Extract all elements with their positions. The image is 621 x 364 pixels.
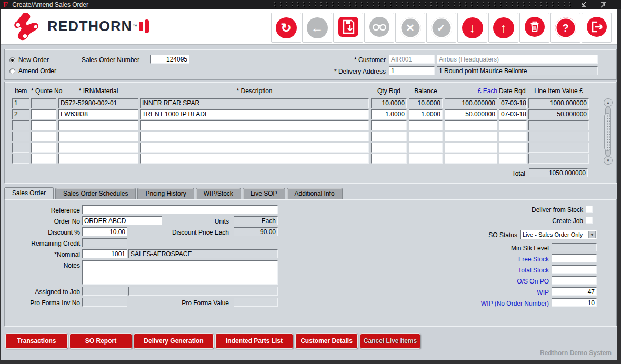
delivery-code-field[interactable]: 1 bbox=[389, 66, 435, 75]
item-row-5-date-cell[interactable] bbox=[499, 143, 527, 153]
item-row-3-irn-cell[interactable] bbox=[58, 120, 138, 130]
deliver-from-stock-checkbox[interactable] bbox=[586, 206, 593, 213]
nominal-code-field[interactable]: 1001 bbox=[82, 249, 127, 258]
item-row-6-irn-cell[interactable] bbox=[58, 154, 138, 164]
amend-order-radio[interactable]: Amend Order bbox=[9, 67, 56, 75]
item-row-4-qty-cell[interactable] bbox=[371, 132, 407, 141]
notes-field[interactable] bbox=[82, 260, 278, 285]
scroll-up-icon[interactable]: ▲ bbox=[604, 98, 613, 107]
move-down-button[interactable]: ↓ bbox=[457, 13, 487, 43]
items-scrollbar[interactable]: ▲▼ bbox=[604, 98, 613, 165]
reference-field[interactable] bbox=[82, 205, 278, 214]
item-row-6-balance-cell[interactable] bbox=[409, 154, 443, 164]
items-table-panel: Item* Quote No* IRN/Material* Descriptio… bbox=[4, 82, 617, 183]
chevron-down-icon[interactable]: ▼ bbox=[588, 231, 596, 238]
customer-name-field[interactable]: Airbus (Headquaters) bbox=[437, 55, 598, 64]
order-no-field[interactable]: ORDER ABCD bbox=[82, 216, 162, 225]
redthorn-wordmark: REDTHORN bbox=[47, 18, 132, 35]
create-job-checkbox[interactable] bbox=[586, 217, 593, 224]
tab-sales-order-schedules[interactable]: Sales Order Schedules bbox=[55, 188, 136, 199]
item-row-5-qty-cell[interactable] bbox=[371, 143, 407, 153]
item-row-5-each-cell[interactable] bbox=[445, 143, 497, 153]
tab-pricing-history[interactable]: Pricing History bbox=[137, 188, 194, 199]
item-row-3-date-cell[interactable] bbox=[499, 120, 527, 130]
item-row-5-balance-cell[interactable] bbox=[409, 143, 443, 153]
item-row-6-each-cell[interactable] bbox=[445, 154, 497, 164]
item-row-3-balance-cell[interactable] bbox=[409, 120, 443, 130]
delivery-generation-button[interactable]: Delivery Generation bbox=[134, 333, 214, 349]
total-stock-link[interactable]: Total Stock bbox=[474, 267, 549, 274]
tab-wip-stock[interactable]: WIP/Stock bbox=[196, 188, 241, 199]
cancel-button: ✕ bbox=[395, 13, 425, 43]
transactions-button[interactable]: Transactions bbox=[5, 333, 68, 349]
item-row-2-desc-cell[interactable]: TRENT 1000 IP BLADE bbox=[140, 109, 369, 119]
help-button[interactable]: ? bbox=[550, 13, 580, 43]
refresh-button[interactable]: ↻ bbox=[271, 13, 301, 43]
item-row-5-desc-cell[interactable] bbox=[140, 143, 369, 153]
min-stk-level-field bbox=[552, 243, 597, 251]
item-row-6-desc-cell[interactable] bbox=[140, 154, 369, 164]
notes-label: Notes bbox=[16, 262, 80, 269]
wip-no-order-field[interactable]: 10 bbox=[552, 298, 597, 307]
free-stock-link[interactable]: Free Stock bbox=[474, 256, 549, 263]
wip-no-order-link[interactable]: WIP (No Order Number) bbox=[450, 300, 549, 307]
item-row-4-date-cell[interactable] bbox=[499, 132, 527, 141]
tab-additional-info[interactable]: Additional Info bbox=[287, 188, 343, 199]
os-on-po-field[interactable] bbox=[552, 276, 597, 285]
item-row-2-each-cell[interactable]: 50.000000 bbox=[445, 109, 497, 119]
scroll-down-icon[interactable]: ▼ bbox=[604, 156, 613, 165]
wip-link[interactable]: WIP bbox=[474, 289, 549, 296]
free-stock-field[interactable] bbox=[552, 254, 597, 262]
tab-live-sop[interactable]: Live SOP bbox=[243, 188, 285, 199]
item-row-2-date-cell[interactable]: 07-03-18 bbox=[499, 109, 527, 119]
item-row-4-irn-cell[interactable] bbox=[58, 132, 138, 141]
customer-code-field[interactable]: AIR001 bbox=[389, 55, 435, 64]
item-row-2-balance-cell[interactable]: 1.0000 bbox=[409, 109, 443, 119]
item-row-5-irn-cell[interactable] bbox=[58, 143, 138, 153]
column-header-each[interactable]: £ Each bbox=[445, 87, 497, 95]
item-row-1-balance-cell: 10.0000 bbox=[409, 98, 443, 108]
total-stock-field[interactable] bbox=[552, 265, 597, 274]
os-on-po-link[interactable]: O/S On PO bbox=[474, 278, 549, 285]
item-row-4-each-cell[interactable] bbox=[445, 132, 497, 141]
window-edge-bottom bbox=[0, 360, 621, 364]
new-order-radio[interactable]: New Order bbox=[9, 56, 49, 64]
proforma-inv-field bbox=[82, 298, 127, 307]
item-row-2-qty-cell[interactable]: 1.0000 bbox=[371, 109, 407, 119]
tab-sales-order[interactable]: Sales Order bbox=[4, 187, 54, 199]
wip-field[interactable]: 47 bbox=[552, 287, 597, 296]
so-status-select[interactable]: Live - Sales Order Only ▼ bbox=[520, 230, 597, 239]
new-order-radio-circle[interactable] bbox=[9, 57, 15, 63]
item-row-3-qty-cell[interactable] bbox=[371, 120, 407, 130]
item-row-6-quote-cell[interactable] bbox=[31, 154, 56, 164]
column-header-irn: * IRN/Material bbox=[58, 87, 138, 95]
delete-button[interactable] bbox=[519, 13, 549, 43]
customer-label: * Customer bbox=[313, 56, 386, 64]
customer-details-button[interactable]: Customer Details bbox=[295, 333, 358, 349]
indented-parts-list-button[interactable]: Indented Parts List bbox=[215, 333, 293, 349]
window-edge-left bbox=[0, 9, 1, 361]
item-row-3-quote-cell[interactable] bbox=[31, 120, 56, 130]
item-row-3-desc-cell[interactable] bbox=[140, 120, 369, 130]
amend-order-radio-circle[interactable] bbox=[9, 68, 15, 74]
collapse-window-icon[interactable] bbox=[580, 1, 588, 8]
so-report-button[interactable]: SO Report bbox=[69, 333, 132, 349]
item-row-4-balance-cell[interactable] bbox=[409, 132, 443, 141]
save-button[interactable] bbox=[333, 13, 363, 43]
item-row-5-quote-cell[interactable] bbox=[31, 143, 56, 153]
discount-field[interactable]: 10.00 bbox=[82, 227, 127, 236]
item-row-6-date-cell[interactable] bbox=[499, 154, 527, 164]
item-row-4-desc-cell[interactable] bbox=[140, 132, 369, 141]
item-row-6-qty-cell[interactable] bbox=[371, 154, 407, 164]
remaining-credit-field bbox=[82, 238, 127, 247]
item-row-2-quote-cell[interactable] bbox=[31, 109, 56, 119]
move-up-button[interactable]: ↑ bbox=[488, 13, 518, 43]
logo-pill-tall bbox=[145, 19, 149, 33]
item-row-3-item-cell bbox=[12, 120, 29, 130]
item-row-3-each-cell[interactable] bbox=[445, 120, 497, 130]
item-row-2-irn-cell[interactable]: FW63838 bbox=[58, 109, 138, 119]
expand-window-icon[interactable] bbox=[599, 1, 607, 8]
scrollbar-thumb[interactable] bbox=[604, 113, 611, 151]
item-row-4-quote-cell[interactable] bbox=[31, 132, 56, 141]
exit-button[interactable] bbox=[582, 13, 612, 43]
